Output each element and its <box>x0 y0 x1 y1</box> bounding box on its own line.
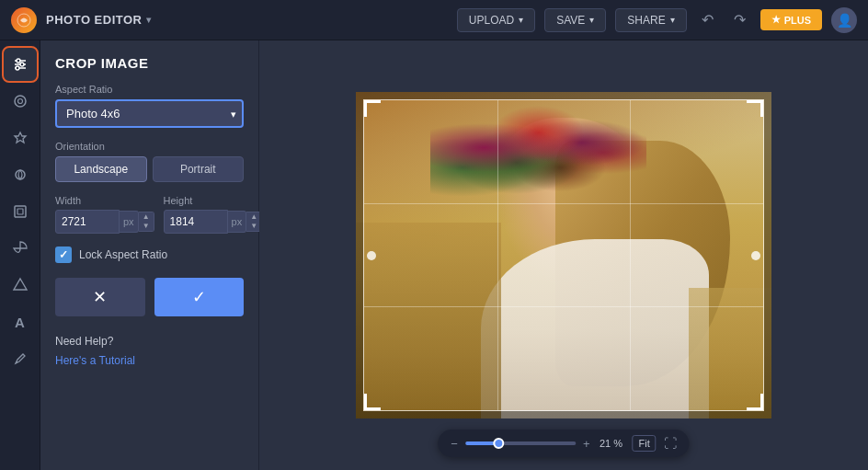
sidebar-item-stickers[interactable] <box>4 232 37 265</box>
panel-title: CROP IMAGE <box>55 55 244 71</box>
width-unit: px <box>120 211 139 233</box>
upload-label: UPLOAD <box>469 14 514 27</box>
zoom-percent: 21 % <box>597 438 624 449</box>
redo-button[interactable]: ↷ <box>728 7 751 32</box>
action-row: ✕ ✓ <box>55 278 244 316</box>
svg-point-4 <box>17 59 20 63</box>
width-down[interactable]: ▼ <box>139 222 154 231</box>
confirm-icon: ✓ <box>192 287 206 307</box>
plus-button[interactable]: ★ PLUS <box>760 9 822 30</box>
app-name[interactable]: PHOTO EDITOR ▾ <box>46 13 152 27</box>
zoom-slider-thumb <box>493 438 504 449</box>
svg-point-6 <box>16 66 19 70</box>
app-menu-chevron: ▾ <box>146 15 152 25</box>
orientation-row: Landscape Portrait <box>55 156 244 182</box>
save-chevron: ▾ <box>589 15 594 25</box>
width-group: Width px ▲ ▼ <box>55 195 154 234</box>
icon-nav: A <box>0 40 40 470</box>
confirm-button[interactable]: ✓ <box>154 278 245 316</box>
svg-rect-11 <box>15 206 26 217</box>
lock-label: Lock Aspect Ratio <box>79 248 167 261</box>
upload-button[interactable]: UPLOAD ▾ <box>457 8 535 32</box>
expand-icon[interactable]: ⛶ <box>664 436 677 451</box>
svg-rect-12 <box>17 209 23 214</box>
canvas-area: − + 21 % Fit ⛶ <box>259 40 868 470</box>
sidebar-item-filters[interactable] <box>4 85 37 118</box>
help-title: Need Help? <box>55 335 244 348</box>
width-label: Width <box>55 195 154 206</box>
check-icon: ✓ <box>59 248 68 261</box>
dimensions-row: Width px ▲ ▼ Height px ▲ ▼ <box>55 195 244 234</box>
save-button[interactable]: SAVE ▾ <box>544 8 606 32</box>
sidebar-item-shapes[interactable] <box>4 269 37 302</box>
share-button[interactable]: SHARE ▾ <box>615 8 686 32</box>
aspect-ratio-select-wrap: Free Form Original Square 1x1 Photo 4x6 … <box>55 99 244 128</box>
svg-point-8 <box>17 99 22 104</box>
cancel-icon: ✕ <box>93 287 107 307</box>
image-container <box>356 92 771 418</box>
zoom-slider[interactable] <box>465 441 576 445</box>
side-panel: CROP IMAGE Aspect Ratio Free Form Origin… <box>40 40 259 470</box>
fit-button[interactable]: Fit <box>632 435 656 452</box>
photo-background <box>356 92 771 418</box>
svg-point-10 <box>16 170 25 179</box>
sidebar-item-frames[interactable] <box>4 195 37 228</box>
lock-row: ✓ Lock Aspect Ratio <box>55 246 244 263</box>
help-link[interactable]: Here's a Tutorial <box>55 354 135 367</box>
star-icon: ★ <box>771 14 781 26</box>
topbar: PHOTO EDITOR ▾ UPLOAD ▾ SAVE ▾ SHARE ▾ ↶… <box>0 0 868 40</box>
lock-checkbox[interactable]: ✓ <box>55 246 72 263</box>
text-icon: A <box>15 315 25 330</box>
aspect-ratio-select[interactable]: Free Form Original Square 1x1 Photo 4x6 … <box>55 99 244 128</box>
width-spinner: ▲ ▼ <box>139 212 154 232</box>
zoom-in-icon[interactable]: + <box>583 437 590 451</box>
upload-chevron: ▾ <box>519 15 523 25</box>
height-input[interactable] <box>164 210 228 234</box>
svg-point-7 <box>15 96 26 107</box>
width-up[interactable]: ▲ <box>139 212 154 222</box>
share-label: SHARE <box>627 14 665 27</box>
width-input[interactable] <box>55 210 120 234</box>
undo-button[interactable]: ↶ <box>696 7 719 32</box>
svg-marker-13 <box>14 279 27 290</box>
sidebar-item-adjustments[interactable] <box>4 48 37 81</box>
height-label: Height <box>164 195 263 206</box>
svg-point-5 <box>20 63 24 66</box>
zoom-out-icon[interactable]: − <box>451 437 458 451</box>
orientation-label: Orientation <box>55 141 244 152</box>
height-input-wrap: px ▲ ▼ <box>164 210 263 234</box>
app-name-label: PHOTO EDITOR <box>46 13 142 27</box>
height-group: Height px ▲ ▼ <box>164 195 263 234</box>
app-logo <box>11 7 37 33</box>
width-input-wrap: px ▲ ▼ <box>55 210 154 234</box>
height-unit: px <box>228 211 247 233</box>
plus-label: PLUS <box>784 15 811 26</box>
sidebar-item-text[interactable]: A <box>4 305 37 338</box>
share-chevron: ▾ <box>670 15 675 25</box>
portrait-button[interactable]: Portrait <box>153 156 245 182</box>
aspect-ratio-label: Aspect Ratio <box>55 84 244 95</box>
sidebar-item-elements[interactable] <box>4 121 37 155</box>
user-avatar[interactable]: 👤 <box>831 7 857 33</box>
svg-marker-9 <box>15 132 26 143</box>
landscape-button[interactable]: Landscape <box>55 156 147 182</box>
sidebar-item-draw[interactable] <box>4 342 37 375</box>
cancel-button[interactable]: ✕ <box>55 278 145 316</box>
zoom-bar: − + 21 % Fit ⛶ <box>438 430 689 457</box>
sidebar-item-effects[interactable] <box>4 158 37 191</box>
save-label: SAVE <box>556 14 585 27</box>
